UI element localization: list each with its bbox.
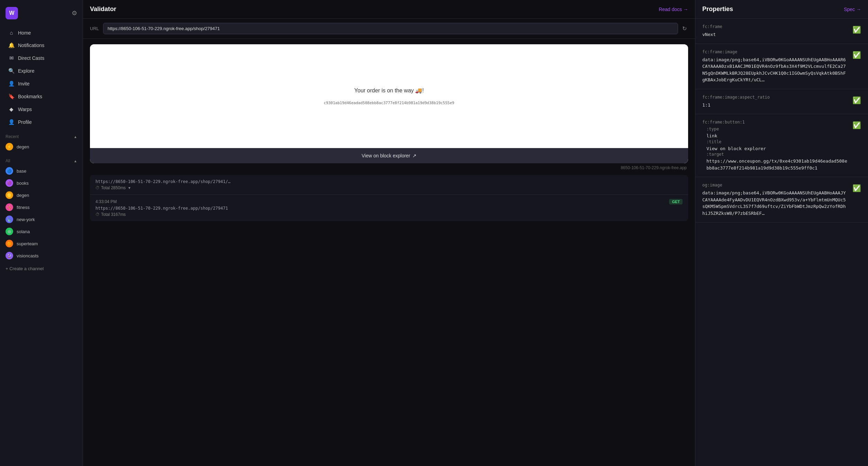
channel-name-degen-recent: degen: [17, 144, 29, 149]
sidebar-item-label-profile: Profile: [18, 119, 32, 125]
prop-section-0: fc:frame vNext ✅: [695, 19, 868, 44]
properties-title: Properties: [702, 6, 733, 13]
recent-section-header: Recent ▲: [0, 130, 83, 140]
channel-name-all-visioncasts: visioncasts: [17, 253, 39, 258]
prop-section-1: fc:frame:image data:image/png;base64,iVB…: [695, 44, 868, 89]
all-channel-superteam[interactable]: 🟠 superteam: [0, 238, 83, 249]
frame-footer: 8650-106-51-70-229.ngrok-free.app: [90, 163, 688, 172]
settings-icon[interactable]: ⚙: [72, 9, 77, 17]
properties-panel: Properties Spec → fc:frame vNext ✅ fc:fr…: [695, 0, 868, 466]
profile-nav-icon: 👤: [8, 119, 15, 125]
prop-content-4: og:image data:image/png;base64,iVBORw0KG…: [702, 183, 848, 217]
view-on-block-explorer-button[interactable]: View on block explorer ↗: [90, 148, 688, 163]
prop-value-0: vNext: [702, 31, 848, 38]
prop-key-4: og:image: [702, 183, 848, 188]
bookmarks-nav-icon: 🔖: [8, 93, 15, 100]
all-section-header: All ▲: [0, 154, 83, 165]
app-logo[interactable]: W: [6, 7, 18, 19]
all-channel-degen[interactable]: 🟡 degen: [0, 189, 83, 201]
channel-name-all-base: base: [17, 168, 26, 174]
all-channel-fitness[interactable]: 🤸 fitness: [0, 201, 83, 213]
sidebar-item-invite[interactable]: 👤 Invite: [3, 77, 80, 90]
log-entry-2: 4:33:04 PM GET https://8650-106-51-70-22…: [90, 195, 688, 221]
prop-key-0: fc:frame: [702, 24, 848, 29]
log-timestamp-2: 4:33:04 PM: [95, 199, 117, 204]
url-input[interactable]: [103, 23, 678, 34]
prop-row-0: fc:frame vNext ✅: [702, 24, 861, 38]
validator-header: Validator Read docs →: [83, 0, 695, 19]
sidebar-item-profile[interactable]: 👤 Profile: [3, 116, 80, 128]
sidebar-item-notifications[interactable]: 🔔 Notifications: [3, 39, 80, 52]
create-channel-button[interactable]: + Create a channel: [0, 263, 83, 274]
prop-row-4: og:image data:image/png;base64,iVBORw0KG…: [702, 183, 861, 217]
sidebar-header: W ⚙: [0, 4, 83, 26]
check-icon-3: ✅: [852, 121, 861, 129]
frame-hash: c9301ab19d46eadad508ebb8ac3777e8f214b981…: [324, 101, 455, 105]
all-channel-books[interactable]: 🟣 books: [0, 177, 83, 189]
recent-channel-degen-recent[interactable]: ⚡ degen: [0, 141, 83, 153]
prop-section-3: fc:frame:button:1 :type link :title View…: [695, 114, 868, 177]
sidebar-item-home[interactable]: ⌂ Home: [3, 27, 80, 39]
prop-subvalue-3-0: link: [702, 133, 848, 139]
prop-key-3: fc:frame:button:1: [702, 120, 848, 125]
explore-nav-icon: 🔍: [8, 68, 15, 74]
all-channel-visioncasts[interactable]: 🔮 visioncasts: [0, 250, 83, 262]
sidebar-item-warps[interactable]: ◆ Warps: [3, 103, 80, 116]
log-url-2: https://8650-106-51-70-229.ngrok-free.ap…: [95, 206, 683, 211]
log-timing-2: ⏱ Total 3167ms: [95, 212, 683, 217]
check-icon-4: ✅: [852, 184, 861, 192]
get-method-badge: GET: [669, 199, 683, 204]
sidebar: W ⚙ ⌂ Home🔔 Notifications✉ Direct Casts🔍…: [0, 0, 83, 466]
all-channel-solana[interactable]: ◎ solana: [0, 226, 83, 237]
channel-name-all-solana: solana: [17, 229, 30, 234]
read-docs-link[interactable]: Read docs →: [659, 7, 688, 12]
properties-sections: fc:frame vNext ✅ fc:frame:image data:ima…: [695, 19, 868, 222]
prop-subkey-3-1: :title: [702, 139, 848, 144]
prop-section-2: fc:frame:image:aspect_ratio 1:1 ✅: [695, 89, 868, 115]
log-timing-value-1: Total 2850ms: [101, 185, 126, 190]
refresh-button[interactable]: ↻: [681, 24, 688, 33]
recent-label: Recent: [6, 134, 19, 139]
prop-key-2: fc:frame:image:aspect_ratio: [702, 95, 848, 100]
log-header-2: 4:33:04 PM GET: [95, 199, 683, 204]
channel-name-all-superteam: superteam: [17, 241, 38, 246]
notifications-nav-icon: 🔔: [8, 42, 15, 48]
sidebar-item-direct-casts[interactable]: ✉ Direct Casts: [3, 52, 80, 64]
main-panel: Validator Read docs → URL ↻ Your order i…: [83, 0, 695, 466]
expand-chevron-icon[interactable]: ▾: [128, 185, 130, 190]
channel-avatar-all-new-york: 🗽: [6, 216, 13, 223]
all-label: All: [6, 158, 10, 163]
channel-name-all-books: books: [17, 181, 29, 186]
channel-avatar-all-base: 🔵: [6, 167, 13, 175]
prop-subvalue-3-2: https://www.onceupon.gg/tx/0xe4c9301ab19…: [702, 158, 848, 171]
log-timing-1: ⏱ Total 2850ms ▾: [95, 185, 683, 190]
log-url-1: https://8650-106-51-70-229.ngrok-free.ap…: [95, 179, 683, 184]
direct-casts-nav-icon: ✉: [8, 55, 15, 61]
all-channel-new-york[interactable]: 🗽 new-york: [0, 213, 83, 225]
frame-message: Your order is on the way 🚚!: [354, 87, 424, 94]
nav-list: ⌂ Home🔔 Notifications✉ Direct Casts🔍 Exp…: [0, 26, 83, 129]
prop-section-4: og:image data:image/png;base64,iVBORw0KG…: [695, 177, 868, 222]
frame-domain: 8650-106-51-70-229.ngrok-free.app: [621, 165, 687, 170]
sidebar-item-explore[interactable]: 🔍 Explore: [3, 65, 80, 77]
channel-name-all-fitness: fitness: [17, 205, 30, 210]
spec-link[interactable]: Spec →: [844, 7, 861, 12]
channel-avatar-all-fitness: 🤸: [6, 203, 13, 211]
prop-subvalue-3-1: View on block explorer: [702, 145, 848, 152]
prop-content-3: fc:frame:button:1 :type link :title View…: [702, 120, 848, 171]
prop-value-2: 1:1: [702, 102, 848, 109]
log-entry-1: https://8650-106-51-70-229.ngrok-free.ap…: [90, 175, 688, 195]
properties-header: Properties Spec →: [695, 0, 868, 19]
frame-button-label: View on block explorer: [362, 153, 410, 158]
prop-content-0: fc:frame vNext: [702, 24, 848, 38]
channel-name-all-new-york: new-york: [17, 217, 35, 222]
sidebar-item-bookmarks[interactable]: 🔖 Bookmarks: [3, 90, 80, 103]
sidebar-item-label-direct-casts: Direct Casts: [18, 55, 44, 61]
recent-chevron-icon[interactable]: ▲: [74, 135, 77, 139]
all-channels-list: 🔵 base🟣 books🟡 degen🤸 fitness🗽 new-york◎…: [0, 165, 83, 262]
check-icon-2: ✅: [852, 96, 861, 104]
create-channel-label: + Create a channel: [6, 266, 44, 271]
all-chevron-icon[interactable]: ▲: [74, 159, 77, 163]
all-channel-base[interactable]: 🔵 base: [0, 165, 83, 177]
warps-nav-icon: ◆: [8, 106, 15, 112]
